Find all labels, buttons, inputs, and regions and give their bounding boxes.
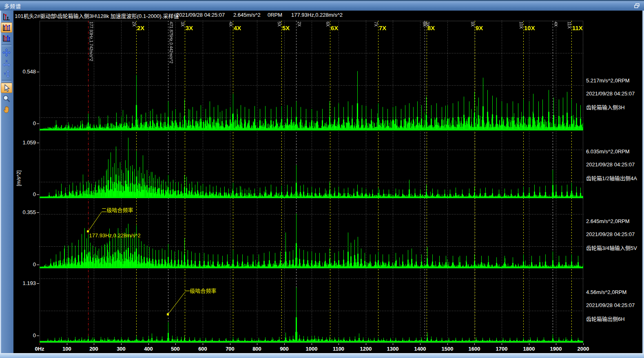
svg-text:Y: Y xyxy=(4,72,6,76)
channel-datetime-label: 2021/09/28 04:25:07 xyxy=(586,231,635,237)
x-axis-tick-label: 1400 xyxy=(411,346,429,352)
y-axis-tick xyxy=(37,194,39,195)
toolbar-separator xyxy=(2,44,11,46)
x-axis-tick xyxy=(583,343,584,345)
channel-datetime-label: 2021/09/28 04:25:07 xyxy=(586,161,635,168)
channel-overall-label: 6.035m/s^2,0RPM xyxy=(586,148,630,155)
toolbar-zoom-x-button[interactable]: X xyxy=(1,58,12,68)
x-axis-tick xyxy=(474,343,475,345)
x-axis-tick-label: 600 xyxy=(193,346,212,352)
restore-window-icon[interactable] xyxy=(634,2,640,7)
secondary-marker-label: 2X xyxy=(297,22,301,27)
harmonic-small-label: 5X xyxy=(277,22,281,27)
x-axis-tick-label: 2000 xyxy=(574,346,593,352)
secondary-marker-label: 4X xyxy=(553,22,558,27)
single-spectrum-icon xyxy=(2,13,11,22)
toolbar-pan-view-button[interactable] xyxy=(1,47,12,57)
y-axis-zero-label: 0 xyxy=(15,332,36,338)
y-axis-max-label: 1.059 xyxy=(15,139,36,146)
harmonic-label-6x: 6X xyxy=(331,24,338,31)
x-axis-tick-label: 100 xyxy=(58,346,76,352)
channel-name-label: 齿轮箱1/2轴输出侧4A xyxy=(586,174,637,182)
x-axis-tick xyxy=(230,343,230,345)
x-axis-tick xyxy=(175,343,176,345)
hand-pan-icon xyxy=(2,105,11,114)
x-axis-tick xyxy=(148,343,149,345)
x-axis-tick xyxy=(40,343,40,345)
toolbar-single-spectrum-button[interactable] xyxy=(1,12,12,22)
zoom-x-icon: X xyxy=(2,59,11,68)
x-axis-tick xyxy=(203,343,203,345)
y-axis-tick xyxy=(37,124,39,124)
harmonic-small-label: 3X xyxy=(180,22,184,27)
harmonic-small-label: 7X xyxy=(374,22,378,27)
select-cursor-icon xyxy=(2,84,11,93)
harmonic-label-10x: 10X xyxy=(524,24,535,31)
x-axis-tick xyxy=(339,343,339,345)
x-axis-tick-label: 1200 xyxy=(356,346,375,352)
window-title: 多频谱 xyxy=(4,2,21,10)
toolbar-zoom-tool-button[interactable] xyxy=(1,93,12,104)
primary-cursor-label: 177.93Hz,1.742m/s^2 xyxy=(89,22,93,61)
annotation-text[interactable]: 二级啮合频率 xyxy=(102,206,133,214)
x-axis-tick xyxy=(556,343,556,345)
x-axis-tick xyxy=(284,343,285,345)
x-axis-tick xyxy=(502,343,502,345)
x-axis-tick xyxy=(420,343,420,345)
harmonic-small-label: 11X xyxy=(567,22,571,29)
x-axis-tick-label: 1600 xyxy=(465,346,484,352)
harmonic-label-9x: 9X xyxy=(476,24,483,31)
channel-name-label: 齿轮箱3/4轴输入侧5V xyxy=(586,244,637,252)
y-axis-tick xyxy=(37,336,39,336)
harmonic-label-4x: 4X xyxy=(234,24,241,31)
annotation-text[interactable]: 一级啮合频率 xyxy=(185,287,217,294)
zoom-tool-icon xyxy=(2,94,11,103)
harmonic-label-3x: 3X xyxy=(186,24,193,31)
x-axis-tick-label: 1800 xyxy=(520,346,538,352)
x-axis-tick xyxy=(121,343,122,345)
x-axis-tick-label: 400 xyxy=(139,346,158,352)
harmonic-label-7x: 7X xyxy=(379,24,386,31)
toolbar-hand-pan-button[interactable] xyxy=(1,104,12,114)
harmonic-small-label: 4X xyxy=(228,22,232,27)
plot-area: 0.54805.217m/s^2,0RPM2021/09/28 04:25:07… xyxy=(13,11,642,353)
channel-overall-label: 4.56m/s^2,0RPM xyxy=(586,289,626,295)
x-axis-tick-label: 500 xyxy=(166,346,185,352)
toolbar-spectrum-compare-button[interactable] xyxy=(1,33,12,43)
x-axis-tick-label: 1700 xyxy=(492,346,511,352)
secondary-marker-label: 3X xyxy=(425,22,429,27)
toolbar-multi-spectrum-button[interactable] xyxy=(1,22,12,33)
app-window: 多频谱 XY 101机头2#驱动部\齿轮箱输入侧3H\128k 加速度波形(0.… xyxy=(0,0,644,358)
annotation-value-label: 177.93Hz,0.228m/s^2 xyxy=(89,232,141,239)
channel-name-label: 齿轮箱输入侧3H xyxy=(586,103,625,111)
x-axis-tick-label: 700 xyxy=(221,346,239,352)
channel-overall-label: 5.217m/s^2,0RPM xyxy=(586,77,630,84)
svg-text:X: X xyxy=(5,59,8,63)
channel-datetime-label: 2021/09/28 04:25:07 xyxy=(586,91,635,97)
y-axis-tick xyxy=(37,265,39,265)
toolbar: XY xyxy=(0,11,13,353)
spectrum-compare-icon xyxy=(2,34,11,43)
x-axis-tick-label: 1100 xyxy=(329,346,348,352)
x-axis-tick xyxy=(94,343,94,345)
x-axis-tick xyxy=(529,343,529,345)
x-axis-tick xyxy=(366,343,366,345)
window-titlebar: 多频谱 xyxy=(0,0,644,11)
x-axis-tick-label: 200 xyxy=(84,346,103,352)
pan-view-icon xyxy=(2,48,11,57)
harmonic-label-5x: 5X xyxy=(282,24,290,31)
x-axis-tick xyxy=(312,343,312,345)
toolbar-select-cursor-button[interactable] xyxy=(1,83,12,93)
harmonic-label-2x: 2X xyxy=(137,24,144,31)
x-axis-tick-label: 1900 xyxy=(547,346,565,352)
toolbar-separator xyxy=(2,80,11,82)
window-border-right xyxy=(642,11,644,353)
toolbar-zoom-y-button[interactable]: Y xyxy=(1,69,12,79)
x-axis-tick xyxy=(67,343,67,345)
multi-spectrum-icon xyxy=(2,23,11,32)
x-axis-tick-label: 800 xyxy=(248,346,266,352)
harmonic-small-label: 10X xyxy=(519,22,523,29)
spectrum-canvas[interactable] xyxy=(40,21,583,343)
x-axis-tick-label: 300 xyxy=(112,346,131,352)
channel-overall-label: 2.645m/s^2,0RPM xyxy=(586,218,630,224)
